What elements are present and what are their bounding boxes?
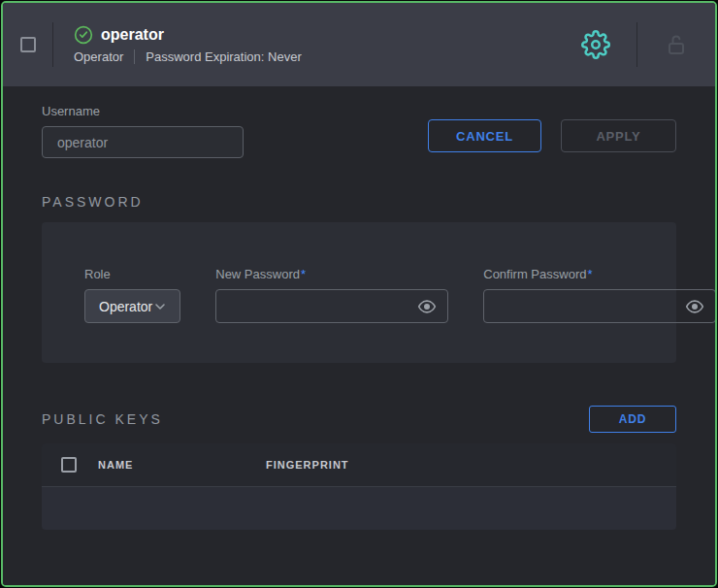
unlock-icon xyxy=(665,33,688,56)
user-details-panel: operator Operator Password Expiration: N… xyxy=(1,1,717,587)
select-user-checkbox[interactable] xyxy=(20,37,36,52)
confirm-password-visibility-button[interactable] xyxy=(683,295,706,318)
page-title: operator xyxy=(101,26,164,44)
subtitle-divider xyxy=(134,49,135,64)
apply-button[interactable]: APPLY xyxy=(561,119,676,152)
header-divider xyxy=(52,22,53,67)
required-marker: * xyxy=(301,267,306,281)
new-password-label: New Password* xyxy=(215,267,448,281)
column-header-name: NAME xyxy=(98,459,266,471)
role-label: Role xyxy=(84,267,180,281)
check-circle-icon xyxy=(74,25,93,45)
password-section-heading: PASSWORD xyxy=(42,194,676,210)
public-keys-table: NAME FINGERPRINT xyxy=(42,443,676,530)
user-role-subtitle: Operator xyxy=(74,49,123,64)
add-public-key-button[interactable]: ADD xyxy=(589,406,676,433)
settings-button[interactable] xyxy=(581,30,610,59)
user-title-block: operator Operator Password Expiration: N… xyxy=(74,25,302,64)
required-marker: * xyxy=(587,267,592,281)
public-keys-heading: PUBLIC KEYS xyxy=(42,411,163,427)
table-header-row: NAME FINGERPRINT xyxy=(42,443,676,487)
new-password-visibility-button[interactable] xyxy=(415,295,439,318)
confirm-password-input[interactable] xyxy=(484,290,683,322)
user-form-content: Username CANCEL APPLY PASSWORD Role Oper… xyxy=(3,86,715,585)
password-card: Role Operator New Password* xyxy=(42,222,676,363)
select-all-checkbox[interactable] xyxy=(61,457,77,473)
lock-toggle-button[interactable] xyxy=(665,33,688,56)
confirm-password-field xyxy=(483,289,716,323)
gear-icon xyxy=(581,30,610,59)
column-header-fingerprint: FINGERPRINT xyxy=(266,459,349,471)
table-empty-body xyxy=(42,487,676,530)
chevron-down-icon xyxy=(152,299,168,314)
role-selected-value: Operator xyxy=(99,299,152,314)
header-divider xyxy=(636,22,637,67)
user-header: operator Operator Password Expiration: N… xyxy=(3,3,715,86)
eye-icon xyxy=(417,297,437,316)
new-password-field xyxy=(215,289,448,323)
new-password-input[interactable] xyxy=(216,290,415,322)
role-select[interactable]: Operator xyxy=(84,289,180,323)
eye-icon xyxy=(685,297,704,316)
username-label: Username xyxy=(42,104,244,118)
password-expiration-subtitle: Password Expiration: Never xyxy=(146,49,301,64)
cancel-button[interactable]: CANCEL xyxy=(428,119,541,152)
confirm-password-label: Confirm Password* xyxy=(483,267,716,281)
username-input[interactable] xyxy=(42,126,244,158)
